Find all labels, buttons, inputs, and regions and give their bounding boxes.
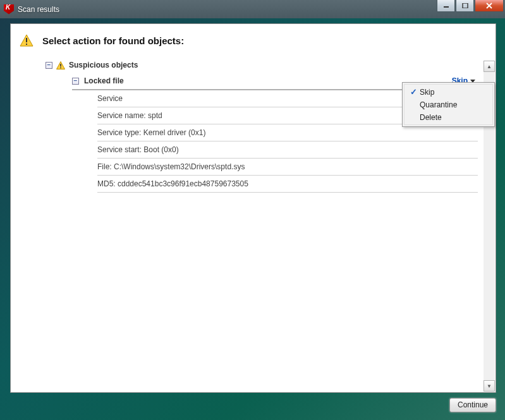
minimize-button[interactable] [437,0,455,12]
svg-rect-2 [26,38,27,42]
window-title: Scan results [18,5,59,14]
menu-item-delete[interactable]: Delete [405,111,492,124]
svg-rect-5 [60,67,61,68]
close-button[interactable] [475,0,504,12]
check-icon: ✓ [407,87,420,97]
svg-rect-1 [463,3,468,8]
maximize-button[interactable] [456,0,474,12]
menu-item-label: Quarantine [420,100,457,109]
tree-group-suspicious: − Suspicious objects [46,61,478,69]
collapse-toggle[interactable]: − [72,78,79,85]
svg-rect-4 [60,64,61,67]
page-heading: Select action for found objects: [42,35,184,46]
detail-row: File: C:\Windows\system32\Drivers\sptd.s… [97,159,478,176]
warning-icon [20,34,33,47]
scroll-down-button[interactable]: ▼ [484,380,495,392]
app-icon [4,4,14,15]
svg-rect-0 [444,6,449,8]
scroll-up-button[interactable]: ▲ [484,61,495,72]
menu-item-label: Skip [420,88,434,97]
menu-item-quarantine[interactable]: Quarantine [405,99,492,111]
detail-row: MD5: cdddec541bc3c96f91ecb48759673505 [97,176,478,193]
footer-bar: Continue [10,395,496,415]
collapse-toggle[interactable]: − [46,62,52,69]
group-label: Suspicious objects [69,61,138,69]
menu-item-skip[interactable]: ✓ Skip [405,85,492,99]
title-bar: Scan results [0,0,505,18]
menu-item-label: Delete [420,113,442,122]
detail-row: Service type: Kernel driver (0x1) [97,124,478,141]
warning-icon [56,61,65,69]
window-controls [436,0,504,12]
item-label: Locked file [84,76,124,85]
action-dropdown-menu: ✓ Skip Quarantine Delete [402,82,495,127]
main-panel: Select action for found objects: − Suspi… [10,23,496,393]
continue-button[interactable]: Continue [449,398,496,412]
svg-rect-3 [26,44,27,45]
heading-row: Select action for found objects: [11,24,496,53]
detail-row: Service start: Boot (0x0) [97,141,478,159]
